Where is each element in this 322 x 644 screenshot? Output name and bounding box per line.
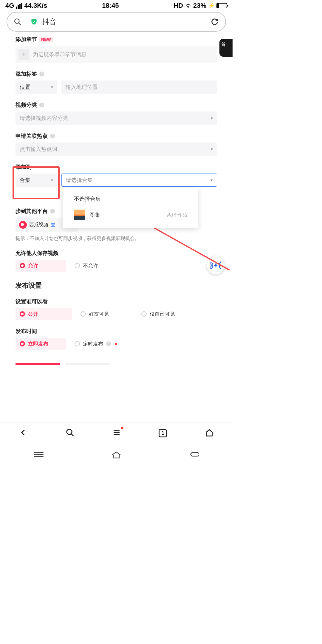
search-button[interactable] — [66, 428, 75, 438]
publish-now-radio[interactable]: 立即发布 — [16, 338, 66, 350]
plus-icon: + — [18, 49, 29, 60]
chevron-down-icon: ▾ — [51, 85, 53, 89]
wifi-icon — [185, 2, 191, 9]
help-icon: ? — [106, 341, 111, 346]
publish-time-label: 发布时间 — [16, 328, 217, 335]
addto-label: 添加到 — [16, 163, 217, 171]
add-chapter-box[interactable]: + 为进度条增加章节信息 — [16, 46, 217, 63]
help-icon[interactable]: ? — [39, 103, 44, 107]
save-label: 允许他人保存视频 — [16, 250, 217, 257]
secondary-button-stub[interactable] — [65, 363, 110, 365]
radio-checked-icon — [20, 263, 25, 268]
svg-line-4 — [71, 434, 73, 436]
status-bar: 4G 44.3K/s 18:45 HD 23% ⚡ — [0, 0, 233, 10]
radio-empty-icon — [75, 263, 80, 268]
schedule-radio[interactable]: 定时发布 ? — [70, 338, 130, 350]
red-dot-icon — [115, 343, 117, 345]
friends-radio[interactable]: 好友可见 — [76, 308, 133, 320]
broadcast-icon — [210, 260, 221, 271]
help-icon[interactable]: ? — [50, 209, 55, 213]
new-badge: NEW — [39, 37, 53, 42]
addto-type-select[interactable]: 合集▾ — [16, 174, 57, 187]
category-label: 视频分类? — [16, 101, 217, 109]
radio-checked-icon — [20, 311, 25, 317]
location-input[interactable]: 输入地理位置 — [61, 80, 217, 94]
browser-bottom-nav: 1 — [0, 422, 233, 444]
xigua-icon — [19, 221, 27, 229]
radio-empty-icon — [80, 311, 86, 317]
back-system-button[interactable] — [188, 450, 200, 459]
charging-icon: ⚡ — [208, 2, 215, 9]
radio-checked-icon — [20, 341, 25, 346]
collection-dropdown: 不选择合集 图集 共1个作品 — [63, 188, 198, 228]
category-select[interactable]: 请选择视频内容分类 ▾ — [16, 112, 217, 125]
tabs-button[interactable]: 1 — [159, 429, 167, 437]
chapter-label: 添加章节 NEW — [16, 36, 217, 43]
collection-thumbnail — [74, 210, 85, 220]
hotspot-input[interactable]: 点击输入热点词 ▾ — [16, 143, 217, 156]
dropdown-none-option[interactable]: 不选择合集 — [63, 192, 198, 206]
battery-icon — [216, 3, 227, 8]
recent-apps-button[interactable] — [33, 450, 45, 459]
home-button[interactable] — [205, 428, 214, 438]
back-button[interactable] — [19, 428, 28, 438]
collection-select[interactable]: 请选择合集▾ — [61, 174, 217, 187]
menu-button[interactable] — [112, 428, 121, 438]
net-speed: 44.3K/s — [24, 2, 47, 10]
self-radio[interactable]: 仅自己可见 — [137, 308, 194, 320]
float-tab[interactable]: 首 — [219, 39, 233, 57]
refresh-icon[interactable] — [210, 18, 219, 26]
battery-pct: 23% — [193, 2, 206, 10]
hotspot-label: 申请关联热点? — [16, 132, 217, 140]
svg-point-3 — [66, 429, 72, 434]
deny-save-radio[interactable]: 不允许 — [70, 260, 121, 272]
clock: 18:45 — [102, 2, 119, 10]
radio-empty-icon — [75, 341, 80, 346]
tags-label: 添加标签? — [16, 70, 217, 78]
red-dot-icon — [121, 427, 123, 429]
search-icon — [14, 18, 21, 26]
browser-address-bar[interactable]: 抖音 — [7, 12, 226, 32]
publish-settings-title: 发布设置 — [16, 281, 217, 290]
help-icon[interactable]: ? — [50, 134, 55, 138]
location-type-select[interactable]: 位置▾ — [16, 80, 57, 94]
secure-shield-icon — [30, 18, 38, 26]
publish-button-stub[interactable] — [16, 363, 60, 365]
signal-icon — [16, 3, 22, 9]
chevron-down-icon: ▾ — [51, 178, 53, 182]
public-radio[interactable]: 公开 — [16, 308, 72, 320]
system-nav-bar — [0, 444, 233, 465]
dropdown-collection-option[interactable]: 图集 共1个作品 — [63, 206, 198, 224]
allow-save-radio[interactable]: 允许 — [16, 260, 66, 272]
chevron-down-icon: ▾ — [210, 178, 213, 182]
visibility-label: 设置谁可以看 — [16, 298, 217, 305]
chevron-down-icon: ▾ — [211, 116, 213, 120]
sync-hint: 提示：不加入计划也可同步视频，获得更多视频展现机会。 — [16, 236, 217, 242]
svg-line-1 — [18, 23, 21, 25]
hd-indicator: HD — [174, 2, 183, 10]
network-type: 4G — [5, 2, 14, 10]
broadcast-float-button[interactable] — [207, 256, 225, 274]
chevron-down-icon: ▾ — [211, 147, 213, 151]
site-name: 抖音 — [42, 17, 56, 27]
home-system-button[interactable] — [110, 450, 122, 459]
radio-empty-icon — [141, 311, 147, 317]
help-icon[interactable]: ? — [39, 72, 44, 76]
